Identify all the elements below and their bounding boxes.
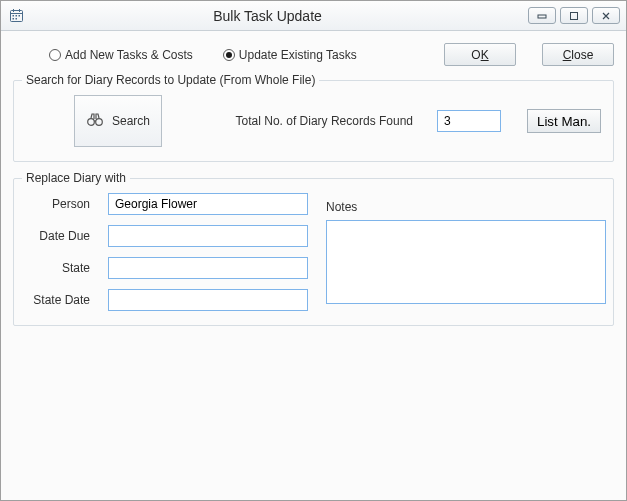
svg-rect-4 (12, 15, 14, 17)
radio-icon (223, 49, 235, 61)
radio-icon (49, 49, 61, 61)
list-man-button[interactable]: List Man. (527, 109, 601, 133)
content-area: Add New Tasks & Costs Update Existing Ta… (1, 31, 626, 500)
date-due-label: Date Due (26, 229, 90, 243)
search-button-label: Search (112, 114, 150, 128)
svg-point-11 (88, 118, 95, 125)
total-records-count (437, 110, 501, 132)
notes-label: Notes (326, 200, 606, 214)
radio-update-existing-tasks[interactable]: Update Existing Tasks (211, 48, 357, 62)
notes-field[interactable] (326, 220, 606, 304)
svg-rect-7 (12, 18, 14, 20)
binoculars-icon (86, 112, 104, 131)
svg-rect-9 (538, 15, 546, 18)
search-button[interactable]: Search (74, 95, 162, 147)
date-due-field[interactable] (108, 225, 308, 247)
ok-button[interactable]: OK (444, 43, 516, 66)
search-group-legend: Search for Diary Records to Update (From… (22, 73, 319, 87)
calendar-icon (7, 7, 25, 25)
svg-rect-6 (18, 15, 20, 17)
minimize-button[interactable] (528, 7, 556, 24)
svg-point-12 (96, 118, 103, 125)
search-group: Search for Diary Records to Update (From… (13, 80, 614, 162)
person-label: Person (26, 197, 90, 211)
window-controls (528, 7, 620, 24)
svg-rect-5 (15, 15, 17, 17)
state-date-label: State Date (26, 293, 90, 307)
close-window-button[interactable] (592, 7, 620, 24)
search-row: Search Total No. of Diary Records Found … (26, 95, 601, 147)
titlebar: Bulk Task Update (1, 1, 626, 31)
bulk-task-update-window: Bulk Task Update Add New Tasks & Costs U… (0, 0, 627, 501)
total-records-label: Total No. of Diary Records Found (236, 114, 421, 128)
close-button[interactable]: Close (542, 43, 614, 66)
radio-label: Update Existing Tasks (239, 48, 357, 62)
window-title: Bulk Task Update (31, 8, 504, 24)
replace-group-legend: Replace Diary with (22, 171, 130, 185)
person-field[interactable] (108, 193, 308, 215)
state-field[interactable] (108, 257, 308, 279)
replace-group: Replace Diary with Person Notes Date Due… (13, 178, 614, 326)
svg-rect-10 (571, 12, 578, 19)
svg-rect-8 (15, 18, 17, 20)
mode-and-actions-row: Add New Tasks & Costs Update Existing Ta… (13, 43, 614, 66)
state-label: State (26, 261, 90, 275)
maximize-button[interactable] (560, 7, 588, 24)
state-date-field[interactable] (108, 289, 308, 311)
replace-form: Person Notes Date Due State State Date (26, 193, 601, 311)
radio-add-new-tasks[interactable]: Add New Tasks & Costs (13, 48, 193, 62)
radio-label: Add New Tasks & Costs (65, 48, 193, 62)
